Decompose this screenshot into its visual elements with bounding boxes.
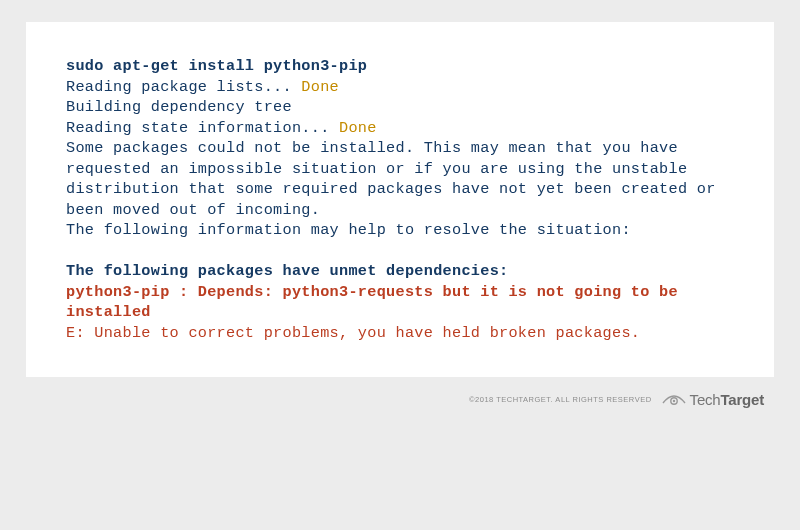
output-message: Some packages could not be installed. Th…: [66, 138, 734, 220]
terminal-output: sudo apt-get install python3-pip Reading…: [26, 22, 774, 377]
final-error: E: Unable to correct problems, you have …: [66, 323, 734, 344]
output-message: The following information may help to re…: [66, 220, 734, 241]
output-line: Building dependency tree: [66, 97, 734, 118]
copyright-text: ©2018 TECHTARGET. ALL RIGHTS RESERVED: [469, 395, 652, 404]
output-line: Reading state information... Done: [66, 118, 734, 139]
brand-name: TechTarget: [690, 391, 764, 408]
blank-line: [66, 241, 734, 262]
brand-logo: TechTarget: [662, 391, 764, 408]
eye-icon: [662, 393, 686, 407]
dependency-error: python3-pip : Depends: python3-requests …: [66, 282, 734, 323]
output-line: Reading package lists... Done: [66, 77, 734, 98]
footer: ©2018 TECHTARGET. ALL RIGHTS RESERVED Te…: [26, 377, 774, 408]
unmet-deps-header: The following packages have unmet depend…: [66, 261, 734, 282]
status-done: Done: [301, 78, 339, 96]
status-done: Done: [339, 119, 377, 137]
command-line: sudo apt-get install python3-pip: [66, 56, 734, 77]
svg-point-1: [672, 400, 674, 402]
